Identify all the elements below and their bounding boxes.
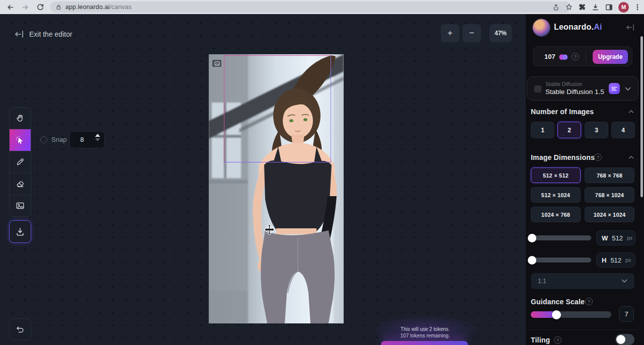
tiling-help-icon[interactable]: ?	[554, 336, 561, 344]
aspect-ratio-dropdown[interactable]: 1:1	[531, 273, 634, 289]
dimension-option-512x512[interactable]: 512 × 512	[531, 167, 581, 183]
brand-title: Leonardo.Ai	[554, 23, 602, 32]
download-artwork-button[interactable]	[9, 220, 31, 243]
height-slider[interactable]	[531, 257, 591, 263]
model-select-dropdown[interactable]: Stable Diffusion Stable Diffusion 1.5	[527, 76, 638, 101]
guidance-scale-help-icon[interactable]: ?	[585, 298, 593, 305]
width-slider-thumb[interactable]	[528, 234, 536, 242]
model-selected-value: Stable Diffusion 1.5	[545, 88, 604, 96]
canvas-area[interactable]: Exit the editor + − 47%	[0, 14, 525, 345]
dimension-option-768x1024[interactable]: 768 × 1024	[585, 187, 634, 203]
extensions-puzzle-icon[interactable]	[578, 3, 586, 11]
zoom-out-icon: −	[469, 28, 474, 38]
side-panel-icon[interactable]	[605, 3, 613, 12]
image-tool-button[interactable]	[10, 195, 31, 216]
browser-menu-icon[interactable]	[634, 3, 641, 11]
hand-icon	[15, 113, 26, 124]
sidebar-scrollbar[interactable]	[640, 36, 643, 197]
tokens-help-icon[interactable]: ?	[572, 53, 579, 60]
snap-value-input[interactable]: 8	[69, 131, 105, 148]
image-dimensions-title: Image Dimensions	[531, 153, 595, 161]
num-images-option-2[interactable]: 2	[557, 122, 581, 138]
num-images-option-3[interactable]: 3	[585, 122, 608, 138]
url-bar[interactable]: app.leonardo.ai/canvas	[50, 2, 571, 13]
chevron-down-icon	[625, 87, 631, 91]
exit-editor-label: Exit the editor	[29, 30, 72, 38]
dimension-option-1024x1024[interactable]: 1024 × 1024	[585, 207, 634, 222]
width-slider[interactable]	[531, 235, 591, 240]
snap-label: Snap	[51, 136, 66, 143]
num-images-option-4[interactable]: 4	[611, 122, 635, 138]
number-of-images-title: Number of Images	[531, 108, 594, 116]
snap-increment-icon[interactable]	[95, 134, 100, 137]
tiling-title: Tiling	[531, 336, 550, 344]
height-label: H	[602, 256, 606, 264]
canvas-image[interactable]	[209, 54, 344, 323]
guidance-scale-title: Guidance Scale	[531, 298, 585, 306]
collapse-sidebar-button[interactable]	[625, 24, 635, 31]
image-dimensions-collapse-icon[interactable]	[628, 155, 634, 159]
browser-forward-icon[interactable]	[20, 2, 30, 12]
eraser-tool-button[interactable]	[10, 173, 31, 195]
height-value-box[interactable]: H 512 px	[596, 252, 635, 268]
token-count: 107	[544, 53, 555, 60]
divider	[586, 51, 586, 62]
usage-line1: This will use 2 tokens.	[385, 326, 465, 332]
width-label: W	[602, 234, 608, 242]
pan-tool-button[interactable]	[10, 108, 31, 129]
undo-icon	[15, 324, 26, 335]
magic-cursor-icon	[15, 135, 26, 146]
height-value: 512	[610, 256, 621, 264]
chevron-down-icon	[621, 279, 627, 283]
token-usage-note: This will use 2 tokens. 107 tokens remai…	[385, 326, 465, 339]
dimension-option-768x768[interactable]: 768 × 768	[585, 167, 634, 183]
dimension-option-512x1024[interactable]: 512 × 1024	[531, 187, 581, 203]
zoom-level-display[interactable]: 47%	[490, 24, 512, 42]
width-unit: px	[627, 235, 632, 241]
exit-arrow-icon	[14, 30, 24, 38]
select-tool-button[interactable]	[10, 129, 31, 151]
number-of-images-collapse-icon[interactable]	[628, 110, 634, 113]
bookmark-star-icon[interactable]	[565, 3, 573, 11]
guidance-scale-thumb[interactable]	[552, 310, 561, 319]
aspect-ratio-value: 1:1	[538, 278, 546, 285]
downloads-icon[interactable]	[591, 3, 600, 12]
model-thumbnail-icon	[534, 85, 541, 93]
share-icon[interactable]	[552, 3, 560, 12]
width-value-box[interactable]: W 512 px	[596, 230, 635, 245]
settings-sidebar: Leonardo.Ai 107 ? Upgrade Stable Diffusi…	[525, 14, 644, 345]
guidance-scale-value: 7	[619, 306, 634, 322]
upgrade-button[interactable]: Upgrade	[593, 50, 628, 64]
browser-profile-avatar[interactable]: M	[618, 2, 629, 13]
zoom-out-button[interactable]: −	[462, 24, 481, 42]
tiling-toggle[interactable]	[615, 334, 634, 345]
browser-toolbar: app.leonardo.ai/canvas M	[0, 0, 644, 14]
generate-button[interactable]	[381, 341, 468, 345]
sketch-tool-button[interactable]	[10, 151, 31, 173]
num-images-option-1[interactable]: 1	[531, 122, 554, 138]
generation-frame[interactable]	[224, 55, 331, 162]
snap-toggle[interactable]	[40, 136, 47, 143]
exit-editor-button[interactable]: Exit the editor	[14, 30, 72, 38]
leonardo-logo	[533, 19, 550, 36]
browser-back-icon[interactable]	[5, 2, 15, 12]
model-badge-icon	[609, 83, 620, 94]
model-select-label: Stable Diffusion	[545, 81, 582, 87]
move-cursor	[264, 224, 275, 235]
tiling-toggle-knob	[616, 335, 625, 344]
snap-value: 8	[70, 136, 94, 143]
height-slider-thumb[interactable]	[528, 256, 536, 265]
browser-reload-icon[interactable]	[35, 2, 45, 12]
undo-button[interactable]	[9, 318, 31, 340]
image-dimensions-help-icon[interactable]: ?	[594, 153, 602, 161]
snap-decrement-icon[interactable]	[95, 138, 100, 141]
usage-line2: 107 tokens remaining.	[385, 332, 465, 339]
zoom-in-icon: +	[448, 28, 453, 38]
divider	[528, 329, 637, 330]
dimension-option-1024x768[interactable]: 1024 × 768	[531, 207, 581, 222]
guidance-scale-slider[interactable]	[531, 311, 611, 318]
workspace: Exit the editor + − 47%	[0, 14, 644, 345]
width-value: 512	[612, 234, 623, 242]
zoom-in-button[interactable]: +	[441, 24, 459, 42]
leonardo-canvas-app: app.leonardo.ai/canvas M Exit the editor…	[0, 0, 644, 345]
